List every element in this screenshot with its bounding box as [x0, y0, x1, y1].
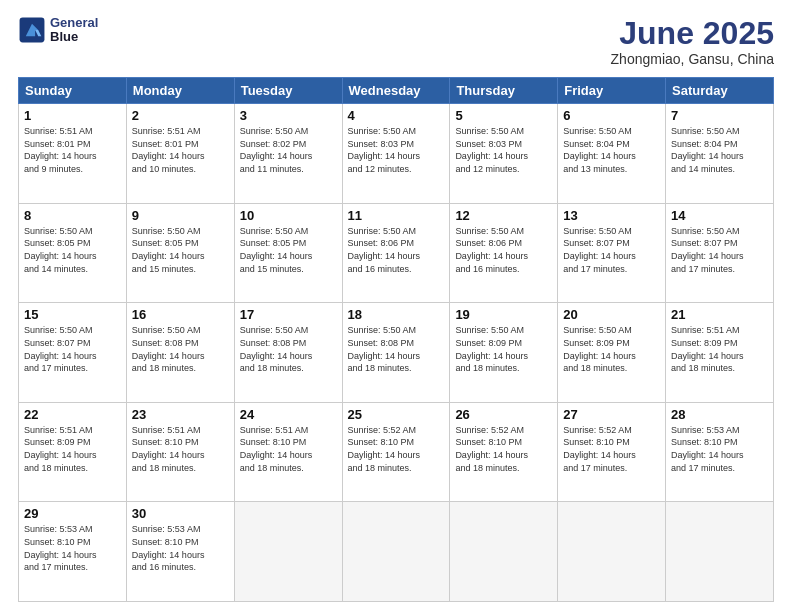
calendar-day-cell: 26Sunrise: 5:52 AM Sunset: 8:10 PM Dayli… — [450, 402, 558, 502]
day-info: Sunrise: 5:52 AM Sunset: 8:10 PM Dayligh… — [563, 424, 660, 474]
day-info: Sunrise: 5:50 AM Sunset: 8:06 PM Dayligh… — [348, 225, 445, 275]
calendar-day-cell: 4Sunrise: 5:50 AM Sunset: 8:03 PM Daylig… — [342, 104, 450, 204]
day-info: Sunrise: 5:51 AM Sunset: 8:09 PM Dayligh… — [24, 424, 121, 474]
day-info: Sunrise: 5:50 AM Sunset: 8:05 PM Dayligh… — [132, 225, 229, 275]
calendar-day-cell: 16Sunrise: 5:50 AM Sunset: 8:08 PM Dayli… — [126, 303, 234, 403]
calendar-day-cell: 24Sunrise: 5:51 AM Sunset: 8:10 PM Dayli… — [234, 402, 342, 502]
day-number: 21 — [671, 307, 768, 322]
calendar-day-cell — [342, 502, 450, 602]
day-info: Sunrise: 5:50 AM Sunset: 8:07 PM Dayligh… — [671, 225, 768, 275]
calendar-day-cell: 27Sunrise: 5:52 AM Sunset: 8:10 PM Dayli… — [558, 402, 666, 502]
calendar-day-cell: 2Sunrise: 5:51 AM Sunset: 8:01 PM Daylig… — [126, 104, 234, 204]
day-number: 23 — [132, 407, 229, 422]
calendar-day-cell: 28Sunrise: 5:53 AM Sunset: 8:10 PM Dayli… — [666, 402, 774, 502]
header: General Blue June 2025 Zhongmiao, Gansu,… — [18, 16, 774, 67]
day-number: 6 — [563, 108, 660, 123]
weekday-header: Tuesday — [234, 78, 342, 104]
day-info: Sunrise: 5:50 AM Sunset: 8:08 PM Dayligh… — [348, 324, 445, 374]
calendar-header: SundayMondayTuesdayWednesdayThursdayFrid… — [19, 78, 774, 104]
calendar-day-cell: 14Sunrise: 5:50 AM Sunset: 8:07 PM Dayli… — [666, 203, 774, 303]
calendar-day-cell: 11Sunrise: 5:50 AM Sunset: 8:06 PM Dayli… — [342, 203, 450, 303]
weekday-header: Saturday — [666, 78, 774, 104]
day-number: 17 — [240, 307, 337, 322]
day-info: Sunrise: 5:50 AM Sunset: 8:05 PM Dayligh… — [240, 225, 337, 275]
calendar-day-cell: 12Sunrise: 5:50 AM Sunset: 8:06 PM Dayli… — [450, 203, 558, 303]
day-info: Sunrise: 5:50 AM Sunset: 8:03 PM Dayligh… — [348, 125, 445, 175]
calendar-day-cell: 10Sunrise: 5:50 AM Sunset: 8:05 PM Dayli… — [234, 203, 342, 303]
calendar-day-cell: 29Sunrise: 5:53 AM Sunset: 8:10 PM Dayli… — [19, 502, 127, 602]
day-info: Sunrise: 5:52 AM Sunset: 8:10 PM Dayligh… — [348, 424, 445, 474]
calendar-day-cell — [558, 502, 666, 602]
day-info: Sunrise: 5:52 AM Sunset: 8:10 PM Dayligh… — [455, 424, 552, 474]
day-number: 18 — [348, 307, 445, 322]
calendar-body: 1Sunrise: 5:51 AM Sunset: 8:01 PM Daylig… — [19, 104, 774, 602]
calendar-day-cell: 30Sunrise: 5:53 AM Sunset: 8:10 PM Dayli… — [126, 502, 234, 602]
title-block: June 2025 Zhongmiao, Gansu, China — [611, 16, 774, 67]
calendar-day-cell: 5Sunrise: 5:50 AM Sunset: 8:03 PM Daylig… — [450, 104, 558, 204]
day-info: Sunrise: 5:50 AM Sunset: 8:06 PM Dayligh… — [455, 225, 552, 275]
day-info: Sunrise: 5:50 AM Sunset: 8:05 PM Dayligh… — [24, 225, 121, 275]
day-info: Sunrise: 5:50 AM Sunset: 8:03 PM Dayligh… — [455, 125, 552, 175]
weekday-header: Friday — [558, 78, 666, 104]
calendar-day-cell: 20Sunrise: 5:50 AM Sunset: 8:09 PM Dayli… — [558, 303, 666, 403]
location: Zhongmiao, Gansu, China — [611, 51, 774, 67]
day-number: 25 — [348, 407, 445, 422]
calendar-day-cell: 23Sunrise: 5:51 AM Sunset: 8:10 PM Dayli… — [126, 402, 234, 502]
day-number: 15 — [24, 307, 121, 322]
calendar-week-row: 1Sunrise: 5:51 AM Sunset: 8:01 PM Daylig… — [19, 104, 774, 204]
day-number: 3 — [240, 108, 337, 123]
day-number: 30 — [132, 506, 229, 521]
weekday-header: Wednesday — [342, 78, 450, 104]
calendar-day-cell — [450, 502, 558, 602]
day-number: 8 — [24, 208, 121, 223]
day-info: Sunrise: 5:50 AM Sunset: 8:09 PM Dayligh… — [455, 324, 552, 374]
logo-line1: General — [50, 16, 98, 30]
day-number: 28 — [671, 407, 768, 422]
calendar-day-cell: 22Sunrise: 5:51 AM Sunset: 8:09 PM Dayli… — [19, 402, 127, 502]
day-info: Sunrise: 5:53 AM Sunset: 8:10 PM Dayligh… — [671, 424, 768, 474]
calendar-day-cell: 18Sunrise: 5:50 AM Sunset: 8:08 PM Dayli… — [342, 303, 450, 403]
day-info: Sunrise: 5:51 AM Sunset: 8:09 PM Dayligh… — [671, 324, 768, 374]
day-number: 10 — [240, 208, 337, 223]
logo: General Blue — [18, 16, 98, 45]
logo-line2: Blue — [50, 30, 98, 44]
day-info: Sunrise: 5:53 AM Sunset: 8:10 PM Dayligh… — [132, 523, 229, 573]
day-number: 1 — [24, 108, 121, 123]
day-number: 7 — [671, 108, 768, 123]
calendar-day-cell: 9Sunrise: 5:50 AM Sunset: 8:05 PM Daylig… — [126, 203, 234, 303]
weekday-header: Sunday — [19, 78, 127, 104]
calendar-day-cell: 1Sunrise: 5:51 AM Sunset: 8:01 PM Daylig… — [19, 104, 127, 204]
month-title: June 2025 — [611, 16, 774, 51]
calendar-week-row: 15Sunrise: 5:50 AM Sunset: 8:07 PM Dayli… — [19, 303, 774, 403]
day-number: 16 — [132, 307, 229, 322]
day-info: Sunrise: 5:51 AM Sunset: 8:01 PM Dayligh… — [24, 125, 121, 175]
day-number: 13 — [563, 208, 660, 223]
calendar-week-row: 29Sunrise: 5:53 AM Sunset: 8:10 PM Dayli… — [19, 502, 774, 602]
calendar-day-cell: 8Sunrise: 5:50 AM Sunset: 8:05 PM Daylig… — [19, 203, 127, 303]
calendar-table: SundayMondayTuesdayWednesdayThursdayFrid… — [18, 77, 774, 602]
logo-icon — [18, 16, 46, 44]
logo-text: General Blue — [50, 16, 98, 45]
calendar-day-cell: 25Sunrise: 5:52 AM Sunset: 8:10 PM Dayli… — [342, 402, 450, 502]
calendar-day-cell: 6Sunrise: 5:50 AM Sunset: 8:04 PM Daylig… — [558, 104, 666, 204]
day-number: 11 — [348, 208, 445, 223]
calendar-day-cell: 21Sunrise: 5:51 AM Sunset: 8:09 PM Dayli… — [666, 303, 774, 403]
day-number: 14 — [671, 208, 768, 223]
day-number: 27 — [563, 407, 660, 422]
day-number: 12 — [455, 208, 552, 223]
weekday-header: Monday — [126, 78, 234, 104]
day-number: 2 — [132, 108, 229, 123]
day-info: Sunrise: 5:53 AM Sunset: 8:10 PM Dayligh… — [24, 523, 121, 573]
day-info: Sunrise: 5:50 AM Sunset: 8:07 PM Dayligh… — [563, 225, 660, 275]
calendar-day-cell: 17Sunrise: 5:50 AM Sunset: 8:08 PM Dayli… — [234, 303, 342, 403]
calendar-day-cell: 19Sunrise: 5:50 AM Sunset: 8:09 PM Dayli… — [450, 303, 558, 403]
day-number: 29 — [24, 506, 121, 521]
day-number: 22 — [24, 407, 121, 422]
day-number: 5 — [455, 108, 552, 123]
day-info: Sunrise: 5:50 AM Sunset: 8:08 PM Dayligh… — [132, 324, 229, 374]
day-number: 19 — [455, 307, 552, 322]
weekday-header: Thursday — [450, 78, 558, 104]
day-info: Sunrise: 5:51 AM Sunset: 8:10 PM Dayligh… — [240, 424, 337, 474]
calendar-day-cell: 3Sunrise: 5:50 AM Sunset: 8:02 PM Daylig… — [234, 104, 342, 204]
day-number: 9 — [132, 208, 229, 223]
